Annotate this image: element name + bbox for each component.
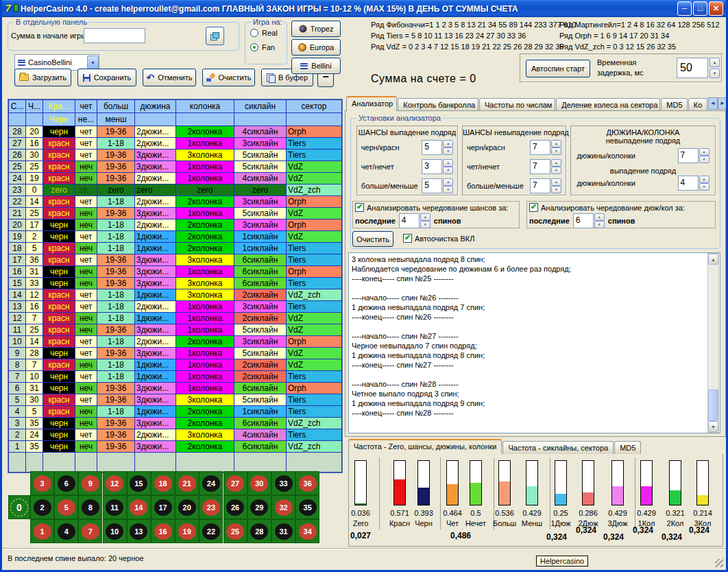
spinner-up-icon[interactable]: ▲ [443, 140, 453, 147]
board-cell-29[interactable]: 29 [248, 496, 271, 519]
board-cell-11[interactable]: 11 [104, 496, 126, 519]
сохранить-button[interactable]: Сохранить [77, 69, 136, 86]
spinner-up-icon[interactable]: ▲ [551, 159, 561, 167]
spinner-value[interactable]: 3 [422, 159, 442, 174]
alternation-chances-checkbox[interactable]: ✔ [355, 203, 364, 212]
spinner-down-icon[interactable]: ▼ [443, 147, 453, 155]
history-row[interactable]: 45красннеч1-181дюжи...2колонка1сиклайнTi… [9, 406, 342, 418]
board-cell-0[interactable]: 0 [9, 496, 29, 519]
autospin-start-button[interactable]: Автоспин старт [526, 60, 590, 78]
board-cell-27[interactable]: 27 [224, 472, 247, 494]
tab-5[interactable]: MD5 [661, 98, 688, 111]
tab-3[interactable]: Частоты по числам [479, 98, 555, 111]
history-row[interactable]: 1631черннеч19-363дюжи...1колонка6сиклайн… [9, 266, 342, 278]
history-row[interactable]: 185красннеч1-181дюжи...2колонка1сиклайнT… [9, 243, 342, 254]
board-cell-36[interactable]: 36 [296, 472, 319, 494]
chart-tab-3[interactable]: MD5 [614, 441, 641, 454]
header-cell[interactable]: не... [75, 113, 97, 126]
board-cell-5[interactable]: 5 [55, 496, 77, 519]
board-cell-22[interactable]: 22 [199, 520, 222, 543]
spinner-value[interactable]: 7 [530, 178, 550, 193]
spinner-down-icon[interactable]: ▼ [699, 183, 709, 191]
spinner-down-icon[interactable]: ▼ [594, 221, 605, 228]
board-cell-28[interactable]: 28 [248, 520, 271, 543]
history-row[interactable]: 1125красннеч19-363дюжи...1колонка5сиклай… [9, 324, 342, 336]
board-cell-10[interactable]: 10 [104, 520, 126, 543]
board-cell-12[interactable]: 12 [104, 472, 126, 494]
scrollbar-thumb[interactable] [708, 390, 718, 421]
header-cell[interactable]: Ч... [26, 100, 43, 113]
log-scrollbar[interactable]: ▲ ▼ [707, 253, 719, 433]
board-cell-1[interactable]: 1 [31, 520, 53, 543]
board-cell-2[interactable]: 2 [31, 496, 53, 519]
board-cell-8[interactable]: 8 [79, 496, 101, 519]
board-cell-20[interactable]: 20 [175, 496, 198, 519]
tab-4[interactable]: Деление колеса на сектора [556, 98, 660, 111]
history-row[interactable]: 1316краснчет1-182дюжи...1колонка3сиклайн… [9, 301, 342, 313]
scroll-down-icon[interactable]: ▼ [708, 421, 718, 432]
board-cell-9[interactable]: 9 [79, 472, 101, 494]
spinner-value[interactable]: 5 [422, 140, 442, 155]
spinner-down-icon[interactable]: ▼ [443, 186, 453, 193]
history-row[interactable]: 2214краснчет1-182дюжи...2колонка3сиклайн… [9, 196, 342, 208]
header-cell[interactable] [26, 113, 43, 126]
history-row[interactable]: 2820чернчет19-362дюжи...2колонка4сиклайн… [9, 126, 342, 138]
spinner[interactable]: 7▲▼ [530, 178, 561, 193]
maximize-button[interactable]: □ [693, 1, 707, 16]
board-cell-24[interactable]: 24 [199, 472, 222, 494]
tab-scroll-left-icon[interactable]: ◄ [708, 97, 718, 110]
board-cell-23[interactable]: 23 [199, 496, 222, 519]
spinner[interactable]: 5▲▼ [422, 140, 453, 155]
tab-1[interactable]: Анализатор [346, 96, 397, 111]
casino-europa-button[interactable]: Europa [291, 39, 341, 56]
spinner[interactable]: 7▲▼ [530, 140, 561, 155]
spinner[interactable]: 7▲▼ [530, 159, 561, 174]
history-row[interactable]: 335черннеч19-363дюжи...2колонка6сиклайнV… [9, 418, 342, 429]
spinner[interactable]: 5▲▼ [422, 178, 453, 193]
radio-icon[interactable] [250, 29, 258, 37]
history-row[interactable]: 230zeroze...zerozerozerozeroVdZ_zch [9, 184, 342, 196]
spinner[interactable]: 7▲▼ [678, 148, 709, 163]
spinner-up-icon[interactable]: ▲ [443, 178, 453, 186]
analyzer-log[interactable]: 3 колонка невыпадала подряд 8 спин; Набл… [348, 252, 720, 433]
resize-grip[interactable] [715, 559, 723, 567]
board-cell-14[interactable]: 14 [128, 496, 150, 519]
history-row[interactable]: 631черннеч19-363дюжи...1колонка6сиклайнO… [9, 383, 342, 394]
history-row[interactable]: 135черннеч19-363дюжи...2колонка6сиклайнV… [9, 441, 342, 453]
загрузить-button[interactable]: Загрузить [14, 69, 71, 86]
history-row[interactable]: 2716краснчет1-182дюжи...1колонка3сиклайн… [9, 138, 342, 150]
spinner-up-icon[interactable]: ▲ [551, 140, 561, 147]
header-cell[interactable]: С... [9, 100, 26, 113]
spinner-value[interactable]: 7 [530, 140, 550, 155]
chart-tab-1[interactable]: Частота - Zero, шансы, дюжины, колонки [348, 439, 502, 454]
board-cell-16[interactable]: 16 [151, 520, 174, 543]
очистить-button[interactable]: Очистить [202, 69, 255, 86]
header-cell[interactable]: менш [97, 113, 135, 126]
tab-6[interactable]: Ко [688, 98, 707, 111]
history-row[interactable]: 87красннеч1-181дюжи...1колонка2сиклайнVd… [9, 359, 342, 371]
spinner-up-icon[interactable]: ▲ [699, 176, 709, 183]
header-cell[interactable] [9, 113, 26, 126]
header-cell[interactable]: Кра... [43, 100, 75, 113]
combo-dropdown-arrow[interactable]: ▼ [87, 56, 99, 69]
delay-input[interactable]: 50 [677, 58, 708, 78]
board-cell-35[interactable]: 35 [296, 496, 319, 519]
board-cell-3[interactable]: 3 [31, 472, 53, 494]
spinner-down-icon[interactable]: ▼ [699, 156, 709, 163]
start-sum-input[interactable] [84, 28, 145, 43]
history-row[interactable]: 1412краснчет1-181дюжи...3колонка2сиклайн… [9, 289, 342, 301]
history-row[interactable]: 2419красннеч19-362дюжи...1колонка4сиклай… [9, 173, 342, 184]
header-cell[interactable]: чет [75, 100, 97, 113]
board-cell-17[interactable]: 17 [151, 496, 174, 519]
scroll-up-icon[interactable]: ▲ [708, 254, 718, 265]
board-cell-13[interactable]: 13 [128, 520, 150, 543]
history-row[interactable]: 2630краснчет19-363дюжи...3колонка5сиклай… [9, 150, 342, 161]
alternation-dozen-checkbox[interactable]: ✔ [529, 203, 538, 212]
history-row[interactable]: 928чернчет19-363дюжи...1колонка5сиклайнV… [9, 348, 342, 359]
radio-icon[interactable] [250, 43, 258, 51]
tab-2[interactable]: Контроль банкролла [398, 98, 478, 111]
minimize-button[interactable]: ─ [677, 1, 692, 16]
history-row[interactable]: 2017черннеч1-182дюжи...2колонка3сиклайнO… [9, 219, 342, 231]
spinner-up-icon[interactable]: ▲ [551, 178, 561, 186]
spinner-up-icon[interactable]: ▲ [420, 213, 430, 221]
